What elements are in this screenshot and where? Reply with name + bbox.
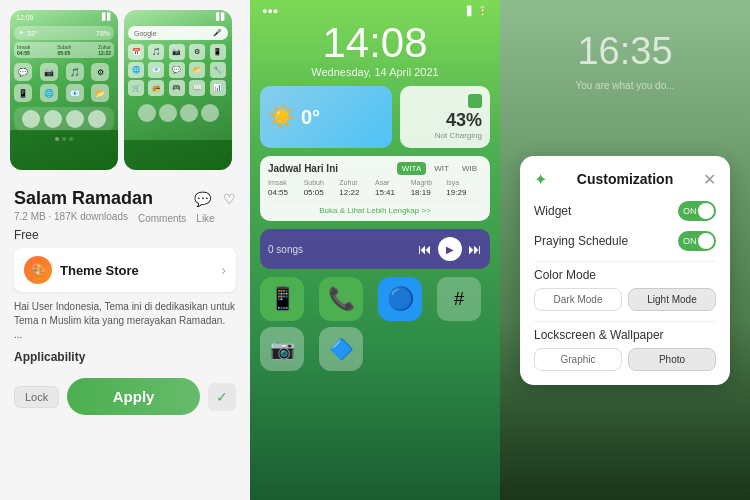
tab-wita[interactable]: WITA: [397, 162, 426, 175]
schedule-header: Jadwal Hari Ini WITA WIT WIB: [268, 162, 482, 175]
color-mode-options: Dark Mode Light Mode: [534, 288, 716, 311]
blue-dot-icon: 🔵: [387, 286, 414, 312]
card-title: Customization: [547, 171, 703, 187]
app-description: Hai User Indonesia, Tema ini di dedikasi…: [14, 300, 236, 342]
apply-button[interactable]: Apply: [67, 378, 200, 415]
schedule-link[interactable]: Buka & Lihat Lebih Lengkap >>: [268, 201, 482, 215]
app-action-icons: 💬 ♡: [194, 191, 236, 207]
dock-icon-2: [44, 110, 62, 128]
play-button[interactable]: ▶: [438, 237, 462, 261]
app-meta: 7.2 MB · 187K downloads: [14, 211, 128, 222]
mic-icon: 🎤: [213, 29, 222, 37]
next-button[interactable]: ⏭: [468, 241, 482, 257]
p2-icon-3: 📷: [169, 44, 185, 60]
p2-icon-8: 💬: [169, 62, 185, 78]
app-title: Salam Ramadan: [14, 188, 153, 209]
tab-wit[interactable]: WIT: [429, 162, 454, 175]
mid-schedule-widget: Jadwal Hari Ini WITA WIT WIB Imsak Subuh…: [260, 156, 490, 221]
mid-battery-widget: 43% Not Charging: [400, 86, 490, 148]
phone2-search-bar: Google 🎤: [128, 26, 228, 40]
apply-row: Lock Apply ✓: [0, 378, 250, 415]
praying-label: Praying Schedule: [534, 234, 628, 248]
p2-icon-2: 🎵: [148, 44, 164, 60]
like-label: Like: [196, 213, 214, 224]
p2-icon-9: 📂: [189, 62, 205, 78]
toggle-on-label: ON: [683, 206, 697, 216]
like-icon[interactable]: ♡: [223, 191, 236, 207]
calc-icon: #: [454, 289, 464, 310]
praying-toggle[interactable]: ON: [678, 231, 716, 251]
dark-mode-option[interactable]: Dark Mode: [534, 288, 622, 311]
camera-icon: 📷: [270, 337, 295, 361]
p2-icon-5: 📱: [210, 44, 226, 60]
phone1-time: 12:09: [16, 14, 34, 21]
schedule-tabs: WITA WIT WIB: [397, 162, 482, 175]
app-title-row: Salam Ramadan 💬 ♡: [14, 188, 236, 209]
app-icon-camera[interactable]: 📷: [260, 327, 304, 371]
photo-option[interactable]: Photo: [628, 348, 716, 371]
weather-sun-icon: ☀️: [268, 104, 295, 130]
phone1-battery: 78%: [96, 30, 110, 37]
p2-icon-15: 📊: [210, 80, 226, 96]
p2-icon-7: 📧: [148, 62, 164, 78]
dock-icon-4: [88, 110, 106, 128]
app-icon-8: 📂: [91, 84, 109, 102]
widget-label: Widget: [534, 204, 571, 218]
color-mode-label: Color Mode: [534, 268, 716, 282]
tab-wib[interactable]: WIB: [457, 162, 482, 175]
p2-icon-6: 🌐: [128, 62, 144, 78]
praying-row: Praying Schedule ON: [534, 231, 716, 251]
close-button[interactable]: ✕: [703, 170, 716, 189]
music-controls: ⏮ ▶ ⏭: [418, 237, 482, 261]
phone-preview-2: ▋▋ Google 🎤 📅 🎵 📷 ⚙ 📱 🌐 📧 💬 📂 🔧 🛒 📻 🎮: [124, 10, 232, 170]
action-labels: 7.2 MB · 187K downloads Comments Like: [14, 211, 236, 226]
app-icon-whatsapp[interactable]: 📱: [260, 277, 304, 321]
widget-toggle[interactable]: ON: [678, 201, 716, 221]
widget-row: Widget ON: [534, 201, 716, 221]
p2-icon-11: 🛒: [128, 80, 144, 96]
app-icon-dot[interactable]: 🔵: [378, 277, 422, 321]
praying-toggle-knob: [698, 233, 714, 249]
battery-status-text: Not Charging: [435, 131, 482, 140]
phone1-icons: 💬 📷 🎵 ⚙ 📱 🌐 📧 📂: [10, 60, 118, 105]
theme-store-row[interactable]: 🎨 Theme Store ›: [14, 248, 236, 292]
mid-status-left: ●●●: [262, 6, 278, 16]
mid-status-right: ▋ 🔋: [467, 6, 488, 16]
app-icon-7: 📧: [66, 84, 84, 102]
app-icon-another[interactable]: 🔷: [319, 327, 363, 371]
whatsapp-icon: 📱: [269, 286, 296, 312]
theme-store-icon: 🎨: [24, 256, 52, 284]
music-songs-count: 0 songs: [268, 244, 303, 255]
app-icon-1: 💬: [14, 63, 32, 81]
mid-status-bar: ●●● ▋ 🔋: [250, 0, 500, 18]
praying-toggle-label: ON: [683, 236, 697, 246]
schedule-times-header: Imsak Subuh Zuhur Asar Magrib Isya: [268, 179, 482, 186]
phone2-bottom: [124, 100, 232, 126]
phone1-schedule: ImsakSubuhZuhur 04:5505:0512:22: [14, 42, 114, 58]
app-icon-2: 📷: [40, 63, 58, 81]
graphic-option[interactable]: Graphic: [534, 348, 622, 371]
p2-icon-13: 🎮: [169, 80, 185, 96]
app-icon-4: ⚙: [91, 63, 109, 81]
comments-label: Comments: [138, 213, 186, 224]
lock-badge: Lock: [14, 386, 59, 408]
app-icon-calc[interactable]: #: [437, 277, 481, 321]
phone1-temp: 33°: [27, 30, 38, 37]
card-header: ✦ Customization ✕: [534, 170, 716, 189]
phone1-dock: [14, 107, 114, 131]
prev-button[interactable]: ⏮: [418, 241, 432, 257]
weather-temp-value: 0°: [301, 106, 320, 129]
p2-icon-12: 📻: [148, 80, 164, 96]
battery-green-square: [468, 94, 482, 108]
mid-date: Wednesday, 14 April 2021: [250, 66, 500, 78]
right-panel: 16:35 You are what you do... ✦ Customiza…: [500, 0, 750, 500]
app-icon-phone[interactable]: 📞: [319, 277, 363, 321]
phone2-icons: 📅 🎵 📷 ⚙ 📱 🌐 📧 💬 📂 🔧 🛒 📻 🎮 📖 📊: [124, 42, 232, 98]
dock-icon-1: [22, 110, 40, 128]
app-icon-5: 📱: [14, 84, 32, 102]
comments-icon[interactable]: 💬: [194, 191, 211, 207]
light-mode-option[interactable]: Light Mode: [628, 288, 716, 311]
phone-call-icon: 📞: [328, 286, 355, 312]
bg-time: 16:35: [500, 30, 750, 73]
schedule-times-values: 04:55 05:05 12:22 15:41 18:19 19:29: [268, 188, 482, 197]
